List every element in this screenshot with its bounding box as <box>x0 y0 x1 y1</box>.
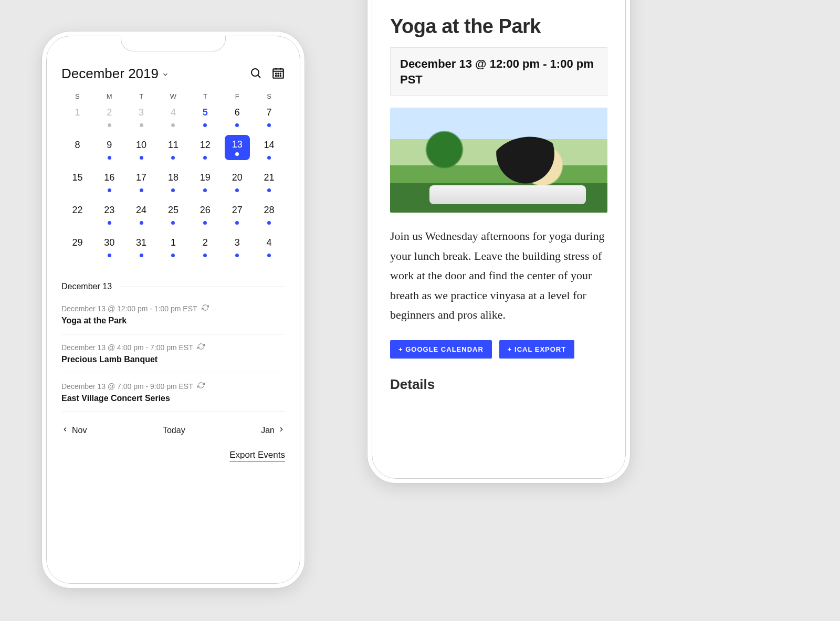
calendar-day[interactable]: 27 <box>221 200 253 229</box>
calendar-day[interactable]: 30 <box>93 233 125 262</box>
chevron-down-icon <box>162 66 169 82</box>
recurring-icon <box>202 304 209 313</box>
calendar-day[interactable]: 11 <box>158 135 190 164</box>
calendar-day[interactable]: 17 <box>125 167 158 197</box>
phone-screen: Yoga at the Park December 13 @ 12:00 pm … <box>372 0 626 479</box>
event-dot <box>267 156 271 160</box>
calendar-day[interactable]: 18 <box>158 167 190 197</box>
calendar-day[interactable]: 24 <box>125 200 158 229</box>
calendar-day[interactable]: 23 <box>93 200 125 229</box>
calendar-day[interactable]: 13 <box>221 135 253 164</box>
calendar-day[interactable]: 10 <box>125 135 158 164</box>
event-title: Yoga at the Park <box>390 15 607 38</box>
event-dot <box>140 123 143 127</box>
event-dot <box>267 221 271 225</box>
day-number: 19 <box>195 167 215 187</box>
event-dot <box>171 123 175 127</box>
event-datetime-box: December 13 @ 12:00 pm - 1:00 pm PST <box>390 47 607 96</box>
event-dot <box>267 123 271 127</box>
event-dot <box>235 123 239 127</box>
today-button[interactable]: Today <box>163 426 185 435</box>
day-number: 24 <box>131 200 151 220</box>
export-events-link[interactable]: Export Events <box>229 450 285 460</box>
calendar-day[interactable]: 2 <box>189 233 221 262</box>
calendar-day[interactable]: 8 <box>61 135 93 164</box>
day-number: 29 <box>67 233 87 252</box>
prev-month-button[interactable]: Nov <box>61 426 87 435</box>
ical-export-button[interactable]: + ICAL EXPORT <box>499 340 574 359</box>
event-time: December 13 @ 12:00 pm - 1:00 pm EST <box>61 304 285 313</box>
calendar-day[interactable]: 12 <box>189 135 221 164</box>
divider <box>119 287 285 287</box>
calendar-view-icon[interactable] <box>271 66 285 82</box>
event-dot <box>108 188 111 192</box>
day-number: 27 <box>227 200 247 220</box>
event-item[interactable]: December 13 @ 12:00 pm - 1:00 pm ESTYoga… <box>61 296 285 334</box>
events-list: December 13 @ 12:00 pm - 1:00 pm ESTYoga… <box>61 296 285 412</box>
day-number: 30 <box>99 233 119 252</box>
month-nav-row: Nov Today Jan <box>61 426 285 435</box>
event-dot <box>203 156 207 160</box>
search-icon[interactable] <box>249 67 262 81</box>
day-number: 11 <box>163 135 183 155</box>
event-item[interactable]: December 13 @ 7:00 pm - 9:00 pm ESTEast … <box>61 373 285 412</box>
calendar-day[interactable]: 22 <box>61 200 93 229</box>
day-number: 9 <box>99 135 119 155</box>
day-number: 28 <box>259 200 279 220</box>
chevron-left-icon <box>61 426 69 435</box>
event-dot <box>108 254 111 257</box>
event-dot <box>171 221 175 225</box>
day-number: 18 <box>163 167 183 187</box>
calendar-day[interactable]: 31 <box>125 233 158 262</box>
day-number: 16 <box>99 167 119 187</box>
svg-point-11 <box>280 75 281 76</box>
calendar-day[interactable]: 5 <box>189 102 221 132</box>
calendar-day[interactable]: 14 <box>253 135 285 164</box>
calendar-header: December 2019 <box>61 66 285 82</box>
calendar-day[interactable]: 3 <box>221 233 253 262</box>
dow-cell: W <box>158 92 190 100</box>
calendar-day[interactable]: 29 <box>61 233 93 262</box>
event-dot <box>267 254 271 257</box>
prev-month-label: Nov <box>72 426 87 435</box>
selected-date-label: December 13 <box>61 282 112 291</box>
calendar-day[interactable]: 21 <box>253 167 285 197</box>
calendar-day[interactable]: 4 <box>253 233 285 262</box>
event-dot <box>235 152 239 156</box>
svg-point-9 <box>276 75 277 76</box>
event-dot <box>108 221 111 225</box>
calendar-day[interactable]: 9 <box>93 135 125 164</box>
day-number: 1 <box>163 233 183 252</box>
calendar-day[interactable]: 28 <box>253 200 285 229</box>
calendar-day[interactable]: 1 <box>158 233 190 262</box>
calendar-day[interactable]: 7 <box>253 102 285 132</box>
calendar-day[interactable]: 6 <box>221 102 253 132</box>
selected-date-header: December 13 <box>61 282 285 291</box>
day-number: 8 <box>67 135 87 155</box>
calendar-day[interactable]: 15 <box>61 167 93 197</box>
calendar-day[interactable]: 26 <box>189 200 221 229</box>
calendar-day[interactable]: 4 <box>158 102 190 132</box>
calendar-day[interactable]: 20 <box>221 167 253 197</box>
google-calendar-button[interactable]: + GOOGLE CALENDAR <box>390 340 492 359</box>
svg-point-7 <box>278 73 279 74</box>
event-item[interactable]: December 13 @ 4:00 pm - 7:00 pm ESTPreci… <box>61 334 285 373</box>
event-item-title: Precious Lamb Banquet <box>61 355 285 364</box>
calendar-day[interactable]: 3 <box>125 102 158 132</box>
calendar-day[interactable]: 25 <box>158 200 190 229</box>
event-dot <box>203 221 207 225</box>
details-heading: Details <box>390 376 607 393</box>
day-number: 1 <box>67 102 87 122</box>
calendar-day[interactable]: 2 <box>93 102 125 132</box>
calendar-day[interactable]: 19 <box>189 167 221 197</box>
next-month-button[interactable]: Jan <box>261 426 285 435</box>
event-dot <box>235 221 239 225</box>
event-dot <box>267 188 271 192</box>
month-picker[interactable]: December 2019 <box>61 66 169 82</box>
event-dot <box>235 188 239 192</box>
calendar-day[interactable]: 1 <box>61 102 93 132</box>
day-number: 26 <box>195 200 215 220</box>
event-dot <box>203 254 207 257</box>
calendar-day[interactable]: 16 <box>93 167 125 197</box>
dow-cell: T <box>125 92 158 100</box>
